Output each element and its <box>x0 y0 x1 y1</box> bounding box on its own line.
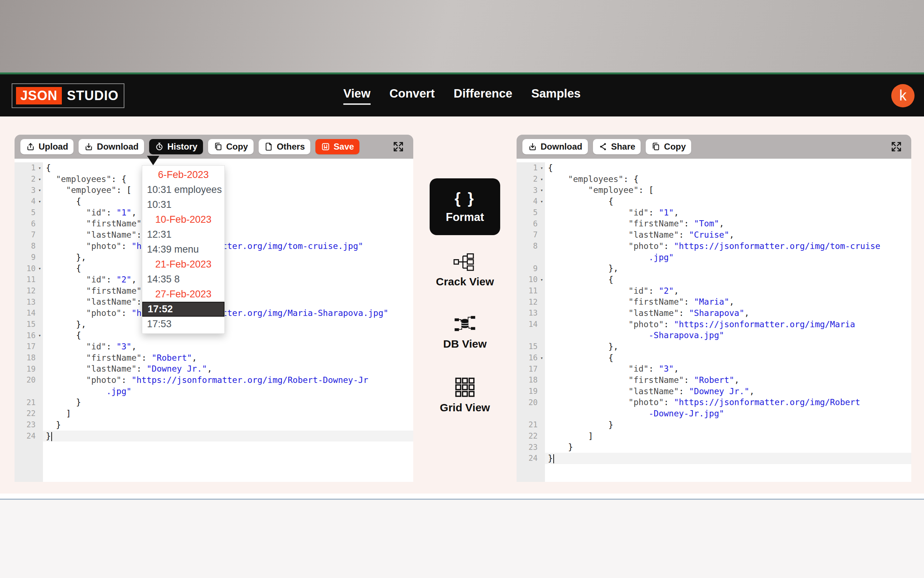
line-number: 17 <box>27 342 36 351</box>
nav-item-convert[interactable]: Convert <box>389 87 435 105</box>
nav-item-samples[interactable]: Samples <box>531 87 581 105</box>
download-button[interactable]: Download <box>79 139 144 154</box>
code-text: } <box>43 430 413 442</box>
history-entry[interactable]: 12:31 <box>142 227 225 242</box>
history-entry[interactable]: 14:35 8 <box>142 272 225 287</box>
gutter-cell: 23 <box>15 419 43 430</box>
upload-button[interactable]: Upload <box>20 139 73 154</box>
code-text: { <box>43 196 413 207</box>
fold-caret-icon[interactable]: ▾ <box>538 355 543 361</box>
nav-item-difference[interactable]: Difference <box>454 87 512 105</box>
user-avatar[interactable]: k <box>891 84 914 107</box>
gutter-cell: 22 <box>15 408 43 419</box>
grid-view-button[interactable]: Grid View <box>440 377 490 414</box>
gutter-cell: 10▾ <box>15 263 43 274</box>
text-cursor <box>553 454 554 463</box>
fold-caret-icon[interactable]: ▾ <box>36 199 41 204</box>
nav-item-view[interactable]: View <box>343 87 371 105</box>
fold-caret-icon[interactable]: ▾ <box>538 177 543 182</box>
upload-label: Upload <box>39 141 68 152</box>
code-line: 22 ] <box>516 430 911 442</box>
db-view-button[interactable]: DB View <box>443 315 487 350</box>
gutter-cell: 14 <box>15 308 43 319</box>
code-line: 20 "photo": "https://jsonformatter.org/i… <box>15 375 413 386</box>
gutter-cell: 24 <box>15 430 43 442</box>
app-header: JSON STUDIO View Convert Difference Samp… <box>0 75 924 117</box>
line-number: 10 <box>529 275 538 284</box>
code-line: 18 "firstName": "Robert", <box>15 352 413 364</box>
save-bookmark-icon <box>321 142 330 151</box>
copy-button-right[interactable]: Copy <box>646 139 691 154</box>
code-text: "lastName": "Downey Jr.", <box>545 386 911 397</box>
gutter-cell: 20 <box>15 375 43 386</box>
gutter-cell: 6 <box>15 218 43 229</box>
database-icon <box>454 315 476 335</box>
share-button[interactable]: Share <box>593 139 641 154</box>
history-date-header: 6-Feb-2023 <box>142 167 225 182</box>
code-text: "firstName": "Maria", <box>43 285 413 297</box>
history-entry[interactable]: 10:31 employees <box>142 182 225 197</box>
code-line: 19 "lastName": "Downey Jr.", <box>15 363 413 375</box>
upload-icon <box>26 142 35 151</box>
fold-caret-icon[interactable]: ▾ <box>36 177 41 182</box>
code-text: }, <box>545 263 911 274</box>
download-button-right[interactable]: Download <box>523 139 588 154</box>
gutter-cell: 18 <box>15 352 43 364</box>
line-number: 18 <box>27 354 36 362</box>
line-number: 2 <box>533 175 538 183</box>
others-label: Others <box>277 141 305 152</box>
save-button[interactable]: Save <box>316 139 359 154</box>
line-number: 18 <box>529 376 538 384</box>
history-entry[interactable]: 10:31 <box>142 197 225 212</box>
line-number: 9 <box>31 253 36 262</box>
line-number: 5 <box>533 208 538 217</box>
format-label: Format <box>446 211 484 224</box>
code-text: }, <box>43 319 413 330</box>
code-line: 5 "id": "1", <box>516 207 911 218</box>
format-button[interactable]: { } Format <box>430 179 500 235</box>
code-line: -Sharapova.jpg" <box>516 330 911 341</box>
line-number: 3 <box>31 186 36 195</box>
fullscreen-icon-left[interactable] <box>392 141 405 153</box>
code-text: "firstName": "Tom", <box>43 218 413 229</box>
fold-caret-icon[interactable]: ▾ <box>36 266 41 271</box>
footer-area <box>0 500 924 578</box>
others-button[interactable]: Others <box>259 139 310 154</box>
crack-view-button[interactable]: Crack View <box>436 252 494 288</box>
line-number: 23 <box>27 421 36 429</box>
fullscreen-icon-right[interactable] <box>890 141 903 153</box>
crack-view-label: Crack View <box>436 276 494 288</box>
code-text: "employees": { <box>43 174 413 185</box>
fold-caret-icon[interactable]: ▾ <box>538 277 543 283</box>
save-label: Save <box>333 141 354 152</box>
app-logo[interactable]: JSON STUDIO <box>11 83 125 108</box>
line-number: 14 <box>529 320 538 329</box>
copy-button-left[interactable]: Copy <box>208 139 254 154</box>
line-number: 19 <box>27 365 36 373</box>
fold-caret-icon[interactable]: ▾ <box>36 187 41 193</box>
history-button[interactable]: History <box>149 139 203 154</box>
history-entry[interactable]: 17:52 <box>142 302 225 317</box>
fold-caret-icon[interactable]: ▾ <box>538 199 543 204</box>
code-line: 11 "id": "2", <box>516 285 911 297</box>
code-line: 24} <box>15 430 413 442</box>
history-label: History <box>167 141 197 152</box>
fold-caret-icon[interactable]: ▾ <box>36 333 41 338</box>
right-toolbar: Download Share Copy <box>516 135 911 159</box>
gutter-cell <box>516 408 545 419</box>
fold-caret-icon[interactable]: ▾ <box>538 165 543 171</box>
db-view-label: DB View <box>443 338 487 350</box>
gutter-cell: 23 <box>516 442 545 453</box>
code-text: "photo": "https://jsonformatter.org/img/… <box>43 308 413 319</box>
json-editor-right[interactable]: 1▾{2▾ "employees": {3▾ "employee": [4▾ {… <box>516 159 911 482</box>
code-text: "employee": [ <box>545 185 911 196</box>
gutter-cell: 18 <box>516 375 545 386</box>
history-entry[interactable]: 17:53 <box>142 317 225 331</box>
fold-caret-icon[interactable]: ▾ <box>36 165 41 171</box>
history-entry[interactable]: 14:39 menu <box>142 242 225 257</box>
code-text: "photo": "https://jsonformatter.org/img/… <box>43 375 413 386</box>
grid-icon <box>455 377 475 399</box>
gutter-cell: 5 <box>516 207 545 218</box>
fold-caret-icon[interactable]: ▾ <box>538 187 543 193</box>
copy-icon <box>651 142 660 151</box>
